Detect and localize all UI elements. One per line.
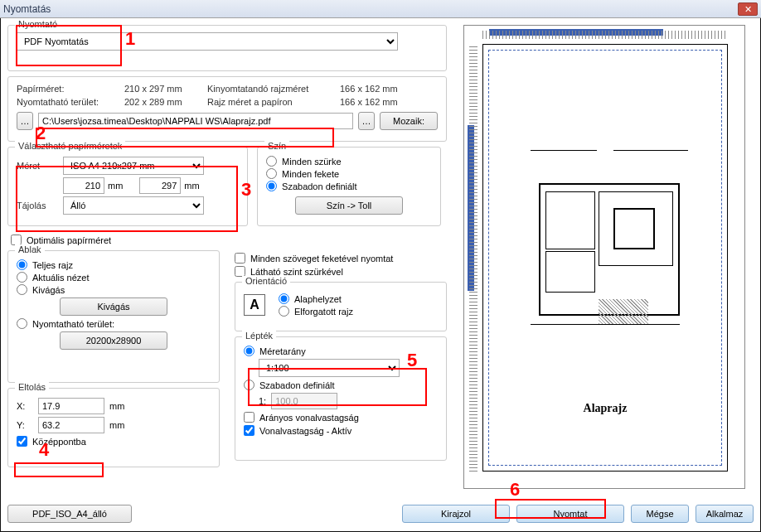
offset-y-input[interactable] <box>38 417 104 433</box>
area-button[interactable]: 20200x28900 <box>60 331 167 350</box>
offset-group: Eltolás X:mm Y:mm Középpontba <box>7 388 220 467</box>
offset-y-label: Y: <box>17 420 33 430</box>
current-view-radio[interactable] <box>17 272 27 283</box>
apply-button[interactable]: Alkalmaz <box>696 505 754 523</box>
preview-ruler-v <box>469 44 477 472</box>
scale-free-radio[interactable] <box>244 380 254 390</box>
paper-height-unit: mm <box>184 181 199 191</box>
lineweight-active-checkbox[interactable] <box>244 425 254 436</box>
scale-group: Lépték Méretarány 1:100 Szabadon definiá… <box>235 336 447 461</box>
preview-margins: Alaprajz <box>488 50 722 466</box>
print-button[interactable]: Nyomtat <box>516 505 624 523</box>
paper-width-unit: mm <box>108 181 123 191</box>
paper-size-label: Papírméret: <box>17 84 124 94</box>
offset-legend: Eltolás <box>15 382 49 392</box>
size-select[interactable]: ISO A4 210x297 mm <box>63 157 204 175</box>
offset-x-input[interactable] <box>38 398 104 414</box>
preview-title: Alaprajz <box>489 402 721 415</box>
clip-button[interactable]: Kivágás <box>60 297 167 316</box>
orient-select[interactable]: Álló <box>63 196 204 215</box>
bottom-bar: PDF_ISO_A4_álló Kirajzol Nyomtat Mégse A… <box>7 503 754 525</box>
paper-sizes-group: Választható papírméretek Méret ISO A4 21… <box>7 147 248 226</box>
cancel-button[interactable]: Mégse <box>631 505 689 523</box>
color-black-radio[interactable] <box>266 168 277 179</box>
path-browse-button[interactable]: … <box>17 112 33 130</box>
grey-layer-label: Látható szint szürkével <box>250 267 343 277</box>
color-grey-radio[interactable] <box>266 156 277 167</box>
path-button-2[interactable]: … <box>358 112 375 130</box>
printable-area-radio[interactable] <box>17 318 27 329</box>
black-text-checkbox[interactable] <box>235 253 245 264</box>
orient-default-radio[interactable] <box>279 293 289 304</box>
current-view-label: Aktuális nézet <box>32 273 89 283</box>
full-drawing-label: Teljes rajz <box>32 260 73 270</box>
draw-button[interactable]: Kirajzol <box>402 505 510 523</box>
clip-radio[interactable] <box>17 284 27 295</box>
color-free-radio[interactable] <box>266 181 277 191</box>
color-to-pen-button[interactable]: Szín -> Toll <box>295 196 403 215</box>
scale-one-input <box>271 393 337 409</box>
scale-ratio-radio[interactable] <box>244 346 254 356</box>
window-body: Nyomtató PDF Nyomtatás Papírméret: 210 x… <box>0 18 761 532</box>
printer-legend: Nyomtató <box>15 19 61 29</box>
color-grey-label: Minden szürke <box>282 157 342 167</box>
window-group: Ablak Teljes rajz Aktuális nézet Kivágás… <box>7 250 220 383</box>
path-input[interactable] <box>38 113 353 129</box>
orient-rotated-label: Elforgatott rajz <box>294 307 353 317</box>
color-group: Szín Minden szürke Minden fekete Szabado… <box>257 147 441 226</box>
titlebar: Nyomtatás ✕ <box>0 0 761 18</box>
scale-free-label: Szabadon definiált <box>259 380 335 390</box>
orientation-group: Orientáció A Alaphelyzet Elforgatott raj… <box>235 282 447 331</box>
preview-page: Alaprajz <box>482 44 728 472</box>
preview-ruler-h <box>482 31 728 39</box>
color-free-label: Szabadon definiált <box>282 181 357 191</box>
scale-ratio-label: Méretarány <box>259 346 306 356</box>
scale-ratio-select[interactable]: 1:100 <box>259 359 400 377</box>
proportional-checkbox[interactable] <box>244 412 254 423</box>
info-group: Papírméret: 210 x 297 mm Kinyomtatandó r… <box>7 76 447 142</box>
orientation-legend: Orientáció <box>242 276 290 286</box>
scale-one-label: 1: <box>259 396 266 406</box>
lineweight-active-label: Vonalvastagság - Aktív <box>259 426 351 436</box>
center-checkbox[interactable] <box>17 436 27 447</box>
window-legend: Ablak <box>15 244 45 254</box>
clip-label: Kivágás <box>32 285 65 295</box>
floor-plan-art <box>506 150 705 365</box>
plot-size-value: 166 x 162 mm <box>340 84 423 94</box>
plot-size-label: Kinyomtatandó rajzméret <box>207 84 340 94</box>
preview-box: Alaprajz <box>463 25 745 489</box>
offset-x-unit: mm <box>109 401 124 411</box>
paper-size-value: 210 x 297 mm <box>124 84 207 94</box>
orient-rotated-radio[interactable] <box>279 306 289 317</box>
size-label: Méret <box>17 161 58 171</box>
printable-value: 202 x 289 mm <box>124 97 207 107</box>
offset-x-label: X: <box>17 401 33 411</box>
window-title: Nyomtatás <box>3 3 738 15</box>
paper-width-input[interactable] <box>63 177 104 194</box>
scale-legend: Lépték <box>242 331 276 341</box>
orient-default-label: Alaphelyzet <box>294 294 342 304</box>
paper-height-input[interactable] <box>139 177 181 194</box>
mosaic-button[interactable]: Mozaik: <box>380 112 438 130</box>
proportional-label: Arányos vonalvastagság <box>259 413 359 423</box>
paper-size2-label: Rajz méret a papíron <box>207 97 340 107</box>
close-icon[interactable]: ✕ <box>738 2 758 16</box>
printer-select[interactable]: PDF Nyomtatás <box>17 32 398 51</box>
orient-label: Tájolás <box>17 201 58 210</box>
printer-group: Nyomtató PDF Nyomtatás <box>7 25 447 71</box>
optimal-paper-label: Optimális papírméret <box>27 235 111 245</box>
printable-label: Nyomtatható terület: <box>17 97 124 107</box>
full-drawing-radio[interactable] <box>17 259 27 270</box>
color-black-label: Minden fekete <box>282 169 339 179</box>
orientation-icon: A <box>244 294 265 316</box>
center-label: Középpontba <box>32 437 86 447</box>
offset-y-unit: mm <box>109 420 124 430</box>
color-legend: Szín <box>264 141 289 151</box>
preset-button[interactable]: PDF_ISO_A4_álló <box>7 505 132 523</box>
preview-pane: Alaprajz <box>463 25 754 498</box>
black-text-label: Minden szöveget feketével nyomtat <box>250 254 393 264</box>
paper-size2-value: 166 x 162 mm <box>340 97 423 107</box>
paper-sizes-legend: Választható papírméretek <box>15 141 125 151</box>
printable-area-label: Nyomtatható terület: <box>32 319 114 329</box>
